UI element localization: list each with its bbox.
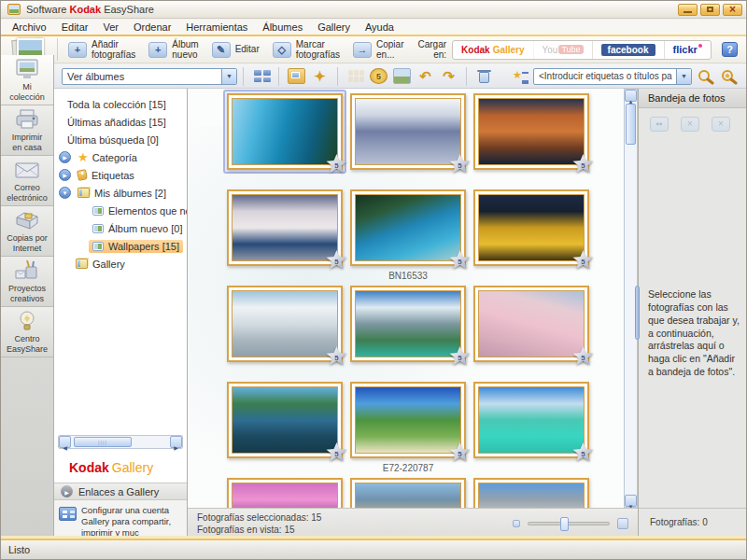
kodak-gallery-upload-button[interactable]: KodakGallery bbox=[453, 41, 532, 59]
zoom-in-icon[interactable] bbox=[617, 518, 628, 529]
scroll-thumb[interactable] bbox=[74, 437, 132, 447]
photo-thumbnail-lighthouse-sunset[interactable]: 5 bbox=[227, 478, 343, 508]
photo-image bbox=[355, 98, 461, 165]
search-icon[interactable] bbox=[696, 68, 715, 85]
rotate-left-icon[interactable]: ↶ bbox=[416, 68, 434, 84]
menu-item-archivo[interactable]: Archivo bbox=[5, 21, 54, 34]
search-input-value[interactable]: <Introducir etiquetas o títulos para b bbox=[539, 71, 672, 81]
facebook-upload-button[interactable]: facebook bbox=[592, 41, 664, 59]
photo-thumbnail-misty-lake-reflection[interactable]: 5 bbox=[350, 93, 466, 170]
tree-item-wallpapers-15[interactable]: Wallpapers [15] bbox=[54, 237, 187, 255]
scroll-left-icon[interactable] bbox=[59, 436, 71, 448]
menu-item-gallery[interactable]: Gallery bbox=[310, 21, 358, 34]
help-button[interactable]: ? bbox=[722, 42, 738, 57]
scroll-up-icon[interactable] bbox=[625, 90, 637, 102]
photo-thumbnail-tropical-palm-beach[interactable]: 5 bbox=[227, 93, 343, 170]
expand-arrow-icon[interactable] bbox=[61, 485, 73, 497]
expand-arrow-icon[interactable] bbox=[59, 169, 71, 181]
sidebar-item-label: Mi colección bbox=[9, 82, 45, 102]
maximize-button[interactable] bbox=[700, 4, 720, 16]
add-to-tray-icon[interactable] bbox=[288, 68, 305, 84]
photo-thumbnail-snowy-peak-lake[interactable]: 5 bbox=[227, 189, 343, 266]
photos-selected-count: Fotografías seleccionadas: 15 bbox=[197, 511, 321, 524]
sidebar-item-correo-electronico[interactable]: Correo electrónico bbox=[1, 156, 53, 206]
gallery-setup-note[interactable]: Configurar una cuenta Gallery para compa… bbox=[54, 500, 187, 539]
gallery-setup-text: Configurar una cuenta Gallery para compa… bbox=[81, 505, 185, 539]
menu-item-ver[interactable]: Ver bbox=[95, 21, 126, 34]
view-albums-dropdown[interactable]: Ver álbumes bbox=[62, 68, 237, 85]
scroll-down-icon[interactable] bbox=[625, 495, 637, 507]
tree-item-a-lbum-nuevo-0[interactable]: Álbum nuevo [0] bbox=[54, 219, 187, 237]
tree-item-etiquetas[interactable]: Etiquetas bbox=[54, 166, 187, 184]
photo-frame bbox=[227, 478, 343, 508]
sidebar-item-mi-coleccion[interactable]: Mi colección bbox=[1, 55, 53, 105]
flickr-upload-button[interactable]: flickr bbox=[664, 41, 711, 59]
copy-to-button[interactable]: →Copiar en... bbox=[346, 37, 410, 63]
photo-thumbnail-white-sand-palms[interactable]: 5E72-220787 bbox=[350, 382, 466, 458]
layout-view-icon[interactable] bbox=[252, 68, 270, 84]
tree-item-categori-a[interactable]: ★Categoría bbox=[54, 148, 187, 166]
add-photos-button[interactable]: +Añadir fotografías bbox=[62, 37, 142, 63]
edit-button[interactable]: ✎Editar bbox=[205, 40, 266, 60]
close-button[interactable] bbox=[723, 4, 742, 16]
chevron-down-icon[interactable] bbox=[676, 69, 691, 84]
add-album-icon[interactable]: ✦ bbox=[311, 68, 329, 84]
title-bar: Software Kodak EasyShare bbox=[1, 1, 746, 19]
photo-thumbnail-autumn-gold-reflection[interactable]: 5 bbox=[473, 189, 589, 266]
zoom-out-icon[interactable] bbox=[513, 520, 520, 527]
sidebar-item-centro-easyshare[interactable]: Centro EasyShare bbox=[1, 307, 53, 357]
tree-item-u-ltimas-an-adidas-15[interactable]: Últimas añadidas [15] bbox=[54, 113, 187, 131]
sidebar-item-proyectos-creativos[interactable]: Proyectos creativos bbox=[1, 257, 53, 307]
toolbar-separator bbox=[278, 67, 279, 86]
photo-thumbnail-coastal-bay[interactable]: 5 bbox=[350, 478, 466, 508]
photo-thumbnail-sunset-peaks-reflection[interactable]: 5 bbox=[473, 93, 589, 170]
flag-photos-icon: ◇ bbox=[273, 42, 291, 58]
view-albums-value: Ver álbumes bbox=[67, 71, 218, 82]
photo-thumbnail-palm-framed-bay[interactable]: 5BN16533 bbox=[350, 189, 466, 266]
photo-thumbnail-glacier-valley[interactable]: 5 bbox=[227, 286, 343, 362]
sidebar-item-copias-por-internet[interactable]: Copias por Internet bbox=[1, 206, 53, 257]
favorite-rating-icon[interactable]: 5 bbox=[370, 68, 388, 84]
photo-thumbnail-green-cliff-reflection[interactable]: 5 bbox=[227, 382, 343, 458]
youtube-upload-button[interactable]: YouTube bbox=[533, 41, 592, 59]
zoom-slider-track[interactable] bbox=[528, 522, 610, 525]
tree-item-mis-a-lbumes-2[interactable]: Mis álbumes [2] bbox=[54, 184, 187, 202]
tree-item-u-ltima-bu-squeda-0[interactable]: Última búsqueda [0] bbox=[54, 131, 187, 148]
photo-tray-header: Bandeja de fotos bbox=[639, 89, 746, 108]
minimize-button[interactable] bbox=[678, 4, 698, 16]
delete-icon[interactable] bbox=[475, 68, 493, 84]
photo-thumbnail-turquoise-mountain-lake[interactable]: 5 bbox=[350, 286, 466, 362]
chevron-down-icon[interactable] bbox=[221, 69, 236, 84]
printer-icon bbox=[13, 108, 41, 131]
tree-item-toda-la-coleccio-n-15[interactable]: Toda la colección [15] bbox=[54, 95, 187, 113]
flag-photos-button[interactable]: ◇Marcar fotografías bbox=[266, 37, 346, 63]
menu-item-ayuda[interactable]: Ayuda bbox=[358, 21, 402, 34]
menu-item-albumes[interactable]: Álbumes bbox=[255, 21, 310, 34]
tree-item-gallery[interactable]: Gallery bbox=[54, 255, 187, 273]
expand-arrow-icon[interactable] bbox=[59, 151, 71, 163]
rotate-right-icon[interactable]: ↷ bbox=[440, 68, 458, 84]
photo-thumbnail-pink-snow-dunes[interactable]: 5 bbox=[473, 286, 589, 362]
collapse-arrow-icon[interactable] bbox=[59, 187, 71, 199]
zoom-slider-thumb[interactable] bbox=[560, 517, 569, 531]
saved-search-icon[interactable] bbox=[719, 68, 739, 85]
new-album-button[interactable]: +Álbum nuevo bbox=[142, 37, 204, 63]
scroll-track[interactable] bbox=[71, 436, 170, 448]
menu-item-editar[interactable]: Editar bbox=[54, 21, 96, 34]
panel-splitter-handle[interactable] bbox=[635, 286, 640, 340]
picture-icon[interactable] bbox=[393, 68, 411, 84]
add-tag-icon[interactable] bbox=[513, 68, 530, 84]
menu-item-ordenar[interactable]: Ordenar bbox=[126, 21, 178, 34]
sidebar-item-imprimir-en-casa[interactable]: Imprimir en casa bbox=[1, 105, 53, 156]
menu-item-herramientas[interactable]: Herramientas bbox=[178, 21, 255, 34]
copy-to-icon: → bbox=[353, 42, 372, 58]
scroll-thumb[interactable] bbox=[626, 104, 636, 145]
photo-thumbnail-turquoise-lagoon[interactable]: 5 bbox=[473, 382, 589, 458]
tree-horizontal-scrollbar[interactable] bbox=[58, 435, 183, 449]
tree-item-elementos-que-no-est[interactable]: Elementos que no est bbox=[54, 202, 187, 219]
gallery-links-bar[interactable]: Enlaces a Gallery bbox=[54, 483, 187, 500]
search-combo[interactable]: <Introducir etiquetas o títulos para b bbox=[533, 68, 692, 85]
scroll-right-icon[interactable] bbox=[170, 436, 182, 448]
tree-item-label: Etiquetas bbox=[92, 170, 134, 181]
photo-thumbnail-rocky-peaks-valley[interactable]: 5 bbox=[473, 478, 589, 508]
